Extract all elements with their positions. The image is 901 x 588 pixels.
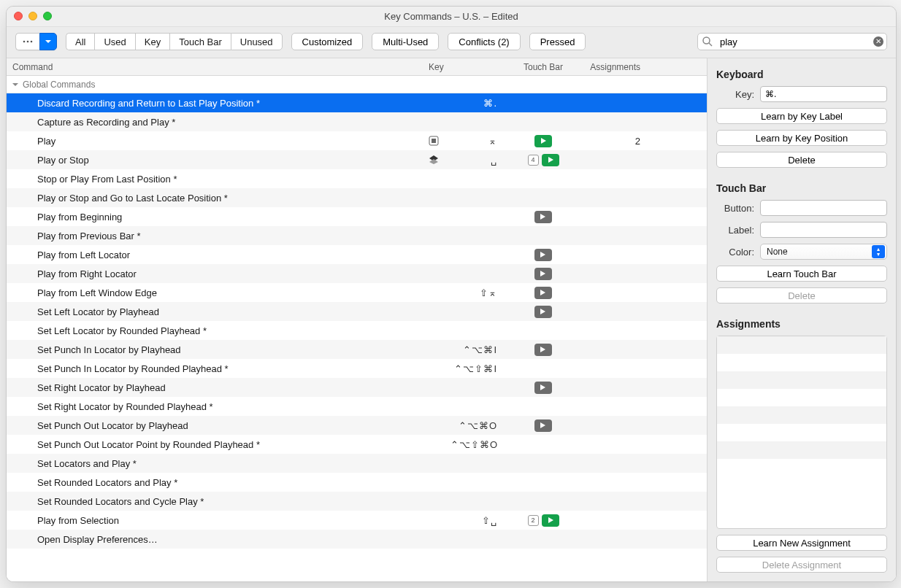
- touchbar-button-input[interactable]: [760, 200, 887, 216]
- key-label: Key:: [716, 89, 754, 100]
- touchbar-chip-icon: [534, 268, 552, 280]
- search-input[interactable]: [697, 33, 887, 50]
- touchbar-assignment: [503, 249, 583, 261]
- command-row[interactable]: Play from Left Window Edge⇧⌅: [7, 283, 707, 302]
- command-name: Play or Stop: [7, 155, 423, 166]
- customized-button[interactable]: Customized: [291, 33, 364, 50]
- key-input[interactable]: [760, 86, 887, 102]
- close-window-icon[interactable]: [14, 12, 23, 20]
- key-commands-window: Key Commands – U.S. – Edited AllUsedKeyT…: [6, 6, 897, 582]
- touchbar-assignment: [503, 419, 583, 432]
- command-name: Open Display Preferences…: [7, 534, 423, 545]
- command-name: Set Rounded Locators and Cycle Play *: [7, 496, 423, 507]
- learn-key-position-button[interactable]: Learn by Key Position: [716, 130, 887, 146]
- search-field[interactable]: ✕: [697, 33, 887, 50]
- svg-line-4: [709, 43, 712, 46]
- options-menu[interactable]: [15, 33, 57, 50]
- key-shortcut: ⇧␣: [445, 515, 503, 526]
- delete-touchbar-button[interactable]: Delete: [716, 287, 887, 303]
- command-list[interactable]: Global Commands Discard Recording and Re…: [7, 76, 707, 581]
- touchbar-label-input[interactable]: [760, 222, 887, 238]
- command-row[interactable]: Set Right Locator by Playhead: [7, 378, 707, 397]
- touchbar-assignment: [503, 135, 583, 147]
- col-assignments[interactable]: Assignments: [583, 62, 653, 72]
- touchbar-color-select[interactable]: None ▴▾: [760, 244, 887, 260]
- filter-unused[interactable]: Unused: [231, 33, 283, 50]
- command-row[interactable]: Play from Selection⇧␣2: [7, 511, 707, 530]
- search-clear-icon[interactable]: ✕: [873, 36, 883, 47]
- command-row[interactable]: Play from Beginning: [7, 207, 707, 226]
- key-shortcut: ⌃⌥⌘I: [445, 344, 503, 355]
- command-row[interactable]: Set Punch Out Locator Point by Rounded P…: [7, 435, 707, 454]
- col-key[interactable]: Key: [423, 62, 503, 72]
- chevron-down-icon: [12, 82, 20, 88]
- minimize-window-icon[interactable]: [28, 12, 37, 20]
- pressed-button[interactable]: Pressed: [529, 33, 586, 50]
- touchbar-color-row: Color: None ▴▾: [716, 244, 887, 260]
- touchbar-color-value: None: [767, 247, 788, 257]
- touchbar-chip-icon: [534, 211, 552, 223]
- svg-point-2: [31, 41, 33, 43]
- numpad-enter-icon: [423, 136, 445, 146]
- command-row[interactable]: Discard Recording and Return to Last Pla…: [7, 93, 707, 112]
- touchbar-label-row: Label:: [716, 222, 887, 238]
- options-ellipsis-icon[interactable]: [15, 33, 39, 50]
- assignments-heading: Assignments: [716, 318, 887, 330]
- command-row[interactable]: Play from Left Locator: [7, 245, 707, 264]
- col-command[interactable]: Command: [7, 62, 423, 72]
- command-row[interactable]: Capture as Recording and Play *: [7, 112, 707, 131]
- command-row[interactable]: Set Left Locator by Playhead: [7, 302, 707, 321]
- touchbar-chip-icon: [534, 382, 552, 394]
- command-row[interactable]: Set Punch Out Locator by Playhead⌃⌥⌘O: [7, 416, 707, 435]
- command-row[interactable]: Play or Stop and Go to Last Locate Posit…: [7, 188, 707, 207]
- col-touchbar[interactable]: Touch Bar: [503, 62, 583, 72]
- svg-point-3: [703, 37, 710, 44]
- command-row[interactable]: Play or Stop␣4: [7, 150, 707, 169]
- filter-all[interactable]: All: [66, 33, 94, 50]
- command-name: Set Punch In Locator by Playhead: [7, 344, 423, 355]
- filter-touch-bar[interactable]: Touch Bar: [169, 33, 231, 50]
- command-row[interactable]: Set Left Locator by Rounded Playhead *: [7, 321, 707, 340]
- command-row[interactable]: Set Rounded Locators and Play *: [7, 473, 707, 492]
- filter-segment[interactable]: AllUsedKeyTouch BarUnused: [66, 33, 283, 50]
- delete-assignment-button[interactable]: Delete Assignment: [716, 557, 887, 573]
- command-name: Set Punch Out Locator by Playhead: [7, 420, 423, 431]
- command-row[interactable]: Set Locators and Play *: [7, 454, 707, 473]
- command-name: Play or Stop and Go to Last Locate Posit…: [7, 193, 423, 204]
- command-name: Play: [7, 136, 423, 147]
- play-chip-icon: [534, 135, 552, 147]
- zoom-window-icon[interactable]: [43, 12, 52, 20]
- options-dropdown-icon[interactable]: [39, 33, 57, 50]
- command-row[interactable]: Play from Previous Bar *: [7, 226, 707, 245]
- window-title: Key Commands – U.S. – Edited: [384, 11, 518, 22]
- section-global-commands[interactable]: Global Commands: [7, 76, 707, 93]
- learn-touchbar-button[interactable]: Learn Touch Bar: [716, 266, 887, 282]
- filter-key[interactable]: Key: [135, 33, 169, 50]
- filter-used[interactable]: Used: [94, 33, 134, 50]
- command-name: Set Right Locator by Playhead: [7, 382, 423, 393]
- touchbar-assignment: 4: [503, 154, 583, 166]
- command-name: Set Left Locator by Playhead: [7, 306, 423, 317]
- delete-key-button[interactable]: Delete: [716, 152, 887, 168]
- command-row[interactable]: Set Right Locator by Rounded Playhead *: [7, 397, 707, 416]
- command-row[interactable]: Set Rounded Locators and Cycle Play *: [7, 492, 707, 511]
- learn-key-label-button[interactable]: Learn by Key Label: [716, 108, 887, 124]
- command-row[interactable]: Play from Right Locator: [7, 264, 707, 283]
- learn-new-assignment-button[interactable]: Learn New Assignment: [716, 535, 887, 551]
- command-row[interactable]: Stop or Play From Last Position *: [7, 169, 707, 188]
- touchbar-heading: Touch Bar: [716, 182, 887, 194]
- command-row[interactable]: Play⌅2: [7, 131, 707, 150]
- inspector-panel: Keyboard Key: Learn by Key Label Learn b…: [708, 58, 896, 581]
- conflicts-button[interactable]: Conflicts (2): [448, 33, 520, 50]
- command-row[interactable]: Open Display Preferences…: [7, 530, 707, 549]
- command-row[interactable]: Set Punch In Locator by Rounded Playhead…: [7, 359, 707, 378]
- key-shortcut: ⇧⌅: [445, 287, 503, 298]
- multi-used-button[interactable]: Multi-Used: [372, 33, 439, 50]
- list-header: Command Key Touch Bar Assignments: [7, 58, 707, 76]
- titlebar: Key Commands – U.S. – Edited: [7, 7, 896, 27]
- assignments-listbox[interactable]: [716, 336, 887, 529]
- command-row[interactable]: Set Punch In Locator by Playhead⌃⌥⌘I: [7, 340, 707, 359]
- command-name: Set Left Locator by Rounded Playhead *: [7, 325, 423, 336]
- section-title: Global Commands: [23, 80, 95, 90]
- touchbar-assignment: [503, 287, 583, 299]
